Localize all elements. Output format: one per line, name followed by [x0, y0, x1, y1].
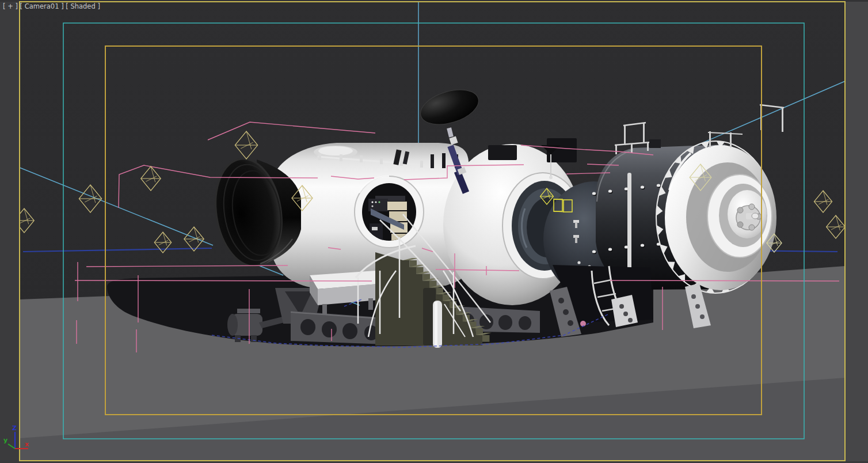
helper-spline-pink[interactable]	[75, 280, 372, 281]
viewport-canvas[interactable]: [ + ] [ Camera01 ] [ Shaded ] Z y x	[0, 0, 868, 463]
mask-left	[0, 0, 20, 463]
axis-y-label: y	[3, 437, 7, 444]
viewport-label[interactable]: [ + ] [ Camera01 ] [ Shaded ]	[3, 2, 100, 10]
axis-z-label: Z	[12, 424, 17, 432]
mask-right	[845, 0, 868, 463]
axis-x-label: x	[25, 441, 29, 448]
helper-spline-pink[interactable]	[610, 280, 839, 281]
